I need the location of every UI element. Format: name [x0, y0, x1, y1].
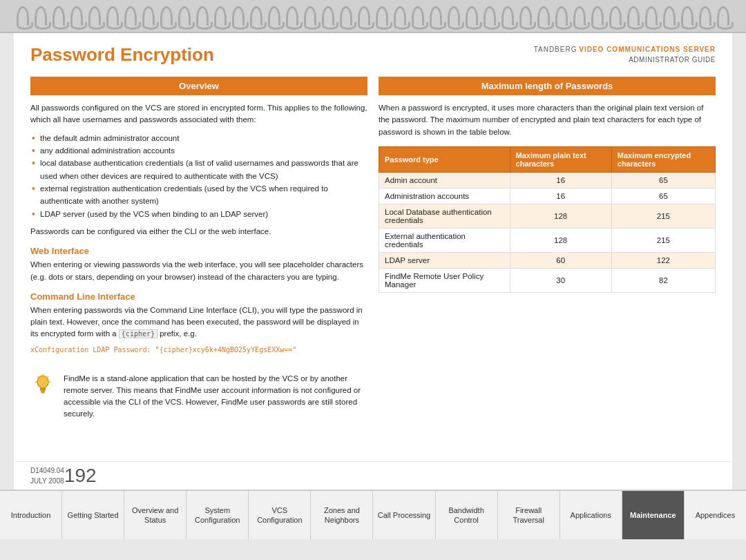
- table-row: Admin account 16 65: [379, 172, 716, 188]
- cell-type: FindMe Remote User Policy Manager: [379, 268, 510, 292]
- svg-rect-1: [40, 388, 46, 390]
- cell-type: Administration accounts: [379, 188, 510, 204]
- ring: [519, 6, 532, 26]
- right-intro: When a password is encrypted, it uses mo…: [379, 102, 716, 138]
- cell-encrypted: 65: [611, 188, 715, 204]
- ring: [412, 6, 424, 26]
- cell-plain: 128: [510, 204, 611, 228]
- col-header-plain: Maximum plain text characters: [510, 146, 611, 172]
- nav-tab-firewall-traversal[interactable]: Firewall Traversal: [498, 491, 560, 539]
- cell-type: Admin account: [379, 172, 510, 188]
- cell-encrypted: 82: [611, 268, 715, 292]
- ring: [268, 6, 280, 26]
- table-row: Administration accounts 16 65: [379, 188, 716, 204]
- ring: [106, 6, 119, 26]
- cell-type: Local Database authentication credential…: [379, 204, 510, 228]
- ring: [142, 6, 155, 26]
- ring: [88, 6, 101, 26]
- cell-plain: 30: [510, 268, 611, 292]
- col-header-type: Password type: [379, 146, 510, 172]
- list-item: local database authentication credential…: [30, 157, 367, 182]
- svg-line-5: [37, 376, 39, 378]
- intro-text: All passwords configured on the VCS are …: [30, 102, 367, 126]
- table-row: LDAP server 60 122: [379, 252, 716, 268]
- lightbulb-icon: [30, 373, 55, 398]
- ring: [484, 6, 496, 26]
- ring: [17, 6, 29, 26]
- ring: [717, 6, 729, 26]
- tip-text: FindMe is a stand-alone application that…: [64, 373, 367, 421]
- ring: [52, 6, 65, 26]
- ring: [448, 6, 460, 26]
- doc-date: JULY 2008: [30, 476, 64, 486]
- doc-number: D14049.04: [30, 465, 64, 476]
- cli-body2: prefix, e.g.: [160, 329, 197, 338]
- left-section-header: Overview: [30, 77, 367, 95]
- code-example: xConfiguration LDAP Password: "{cipher}x…: [30, 346, 367, 354]
- ring: [124, 6, 137, 26]
- brand-tandberg: TANDBERG: [534, 46, 577, 53]
- ring: [537, 6, 550, 26]
- list-item: LDAP server (used by the VCS when bindin…: [30, 208, 367, 220]
- rings-decoration: [0, 0, 746, 33]
- ring: [304, 6, 316, 26]
- cell-type: LDAP server: [379, 252, 510, 268]
- col-header-encrypted: Maximum encrypted characters: [611, 146, 715, 172]
- ring: [699, 6, 711, 26]
- ring: [609, 6, 622, 26]
- ring: [358, 6, 370, 26]
- ring: [160, 6, 173, 26]
- brand-product: VIDEO COMMUNICATIONS SERVER: [579, 46, 716, 53]
- password-table: Password type Maximum plain text charact…: [379, 146, 716, 293]
- nav-tab-introduction[interactable]: Introduction: [0, 491, 62, 539]
- tip-box: FindMe is a stand-alone application that…: [30, 367, 367, 426]
- bottom-navigation: IntroductionGetting StartedOverview and …: [0, 490, 746, 539]
- cell-plain: 16: [510, 172, 611, 188]
- ring: [340, 6, 352, 26]
- table-row: FindMe Remote User Policy Manager 30 82: [379, 268, 716, 292]
- brand-subtitle: ADMINISTRATOR GUIDE: [534, 55, 716, 65]
- ring: [322, 6, 334, 26]
- nav-tab-system-configuration[interactable]: System Configuration: [186, 491, 249, 539]
- page-header: Password Encryption TANDBERG VIDEO COMMU…: [30, 44, 716, 66]
- nav-tab-appendices[interactable]: Appendices: [685, 491, 746, 539]
- right-section-header: Maximum length of Passwords: [379, 77, 716, 95]
- ring: [35, 6, 47, 26]
- ring: [591, 6, 604, 26]
- nav-tab-bandwidth-control[interactable]: Bandwidth Control: [436, 491, 498, 539]
- nav-tab-zones-and-neighbors[interactable]: Zones and Neighbors: [311, 491, 373, 539]
- cell-plain: 16: [510, 188, 611, 204]
- svg-rect-3: [41, 392, 45, 394]
- ring: [466, 6, 478, 26]
- ring: [681, 6, 694, 26]
- svg-point-0: [37, 376, 48, 388]
- footer-doc-info: D14049.04 JULY 2008: [30, 465, 64, 486]
- left-column: Overview All passwords configured on the…: [30, 77, 367, 426]
- cipher-code: {cipher}: [119, 329, 157, 338]
- nav-tab-vcs-configuration[interactable]: VCS Configuration: [249, 491, 311, 539]
- ring: [232, 6, 245, 26]
- ring: [573, 6, 586, 26]
- list-item: any additional administration accounts: [30, 144, 367, 157]
- ring: [663, 6, 676, 26]
- content-area: Overview All passwords configured on the…: [30, 77, 716, 426]
- nav-tab-maintenance[interactable]: Maintenance: [622, 491, 685, 539]
- table-row: External authentication credentials 128 …: [379, 228, 716, 252]
- nav-tab-call-processing[interactable]: Call Processing: [373, 491, 435, 539]
- svg-line-6: [48, 376, 49, 378]
- nav-tab-applications[interactable]: Applications: [560, 491, 622, 539]
- passwords-note: Passwords can be configured via either t…: [30, 226, 367, 238]
- ring: [178, 6, 191, 26]
- ring: [645, 6, 658, 26]
- footer: D14049.04 JULY 2008 192: [14, 461, 732, 490]
- nav-tab-overview-and-status[interactable]: Overview and Status: [124, 491, 186, 539]
- cli-body: When entering passwords via the Command …: [30, 305, 367, 340]
- cell-plain: 60: [510, 252, 611, 268]
- svg-rect-2: [41, 390, 46, 392]
- list-item: external registration authentication cre…: [30, 182, 367, 208]
- brand-name: TANDBERG VIDEO COMMUNICATIONS SERVER: [534, 44, 716, 55]
- ring: [196, 6, 209, 26]
- ring: [501, 6, 514, 26]
- nav-tab-getting-started[interactable]: Getting Started: [62, 491, 124, 539]
- cell-encrypted: 215: [611, 228, 715, 252]
